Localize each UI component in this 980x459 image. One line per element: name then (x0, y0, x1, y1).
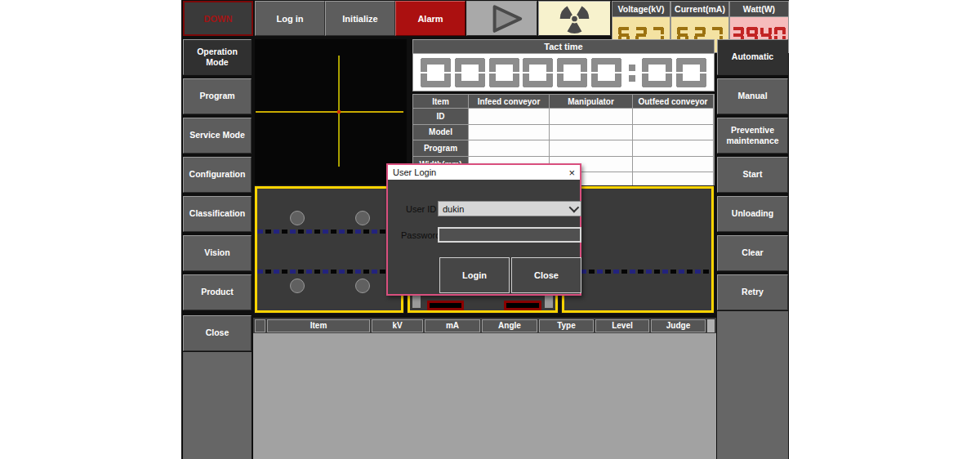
action-button-start[interactable]: Start (717, 157, 788, 193)
results-column-level: Level (595, 319, 649, 332)
user-id-select[interactable]: dukin (438, 201, 581, 216)
dialog-title: User Login (393, 167, 436, 177)
sensor-indicator (290, 211, 305, 225)
status-column-header: Infeed conveyor (469, 95, 549, 108)
seg-digit (557, 58, 587, 87)
action-button-automatic[interactable]: Automatic (717, 39, 788, 75)
action-button-unloading[interactable]: Unloading (717, 196, 788, 232)
seg-digit (676, 58, 706, 87)
status-cell (633, 157, 713, 172)
left-sidebar-filler (183, 352, 252, 459)
status-cell (550, 125, 632, 140)
dialog-close-icon[interactable]: × (568, 167, 575, 178)
status-column-header: Outfeed conveyor (633, 95, 713, 108)
status-column-header: Manipulator (550, 95, 632, 108)
belt-edge-line (257, 230, 401, 234)
guide-tab (412, 296, 421, 308)
action-button-clear[interactable]: Clear (717, 235, 788, 271)
user-id-label: User ID (406, 204, 436, 214)
results-scroll-cap (707, 319, 715, 332)
tact-time-header: Tact time (412, 39, 715, 54)
log-in-button[interactable]: Log in (255, 1, 325, 36)
roller-bar (504, 301, 541, 310)
sensor-indicator (355, 211, 370, 225)
seg-digit (421, 58, 451, 87)
results-table-header: ItemkVmAAngleTypeLevelJudge (253, 318, 716, 333)
sidebar-item-program[interactable]: Program (183, 78, 252, 114)
status-cell (633, 109, 713, 124)
action-button-preventive-maintenance[interactable]: Preventive maintenance (717, 118, 788, 154)
status-cell (550, 109, 632, 124)
left-sidebar: Operation ModeProgramService ModeConfigu… (181, 0, 253, 459)
login-button[interactable]: Login (439, 257, 510, 293)
user-id-value: dukin (443, 204, 464, 214)
sensor-indicator (355, 279, 370, 293)
status-row-label: Model (413, 125, 468, 140)
seg-digit (591, 58, 621, 87)
crosshair-center-dot (337, 110, 341, 114)
right-sidebar-filler (717, 311, 788, 459)
results-column-angle: Angle (482, 319, 537, 332)
seg-digit (489, 58, 519, 87)
sidebar-item-vision[interactable]: Vision (183, 235, 252, 271)
radiation-button[interactable] (538, 1, 611, 36)
results-table-body (253, 333, 716, 459)
status-cell (550, 140, 632, 156)
belt-edge-line (564, 270, 711, 274)
seg-colon (626, 58, 638, 87)
sensor-indicator (290, 279, 305, 293)
close-button[interactable]: Close (511, 257, 581, 293)
infeed-conveyor-panel (255, 186, 403, 313)
password-label: Password (401, 230, 440, 240)
status-row-label: ID (413, 109, 468, 124)
user-login-dialog: User Login × User ID dukin Password Logi… (386, 163, 581, 296)
belt-edge-line (257, 270, 401, 274)
tact-time-display (412, 54, 715, 91)
dialog-title-bar[interactable]: User Login × (388, 165, 580, 180)
seg-digit (523, 58, 553, 87)
radiation-icon (539, 2, 610, 36)
screenshot-canvas: DOWN Log in Initialize Alarm (0, 0, 980, 459)
chevron-down-icon (569, 203, 580, 213)
results-column-type: Type (539, 319, 594, 332)
results-corner-cell (255, 319, 265, 332)
sidebar-item-configuration[interactable]: Configuration (183, 157, 252, 193)
sidebar-item-close[interactable]: Close (183, 315, 252, 351)
outfeed-conveyor-panel (562, 186, 714, 313)
action-button-retry[interactable]: Retry (717, 274, 788, 310)
status-cell (469, 140, 549, 156)
results-column-kv: kV (372, 319, 423, 332)
seg-digit (642, 58, 672, 87)
roller-bar (427, 301, 464, 310)
dialog-body: User ID dukin Password Login Close (388, 180, 580, 294)
sidebar-item-operation-mode[interactable]: Operation Mode (183, 39, 252, 75)
crosshair-horizontal-line (256, 111, 403, 113)
results-column-ma: mA (425, 319, 480, 332)
sidebar-item-product[interactable]: Product (183, 274, 252, 310)
results-column-judge: Judge (651, 319, 706, 332)
action-button-manual[interactable]: Manual (717, 78, 788, 114)
xray-view (255, 39, 407, 185)
seg-digit (455, 58, 485, 87)
meter-voltage-kv-: Voltage(kV) (612, 1, 670, 37)
alarm-button[interactable]: Alarm (395, 1, 466, 36)
initialize-button[interactable]: Initialize (325, 1, 395, 36)
status-column-header: Item (413, 95, 468, 108)
status-cell (633, 125, 713, 140)
app-window: DOWN Log in Initialize Alarm (181, 0, 789, 459)
status-cell (633, 140, 713, 156)
guide-tab (545, 296, 553, 308)
results-column-item: Item (267, 319, 370, 332)
sidebar-item-classification[interactable]: Classification (183, 196, 252, 232)
right-sidebar: AutomaticManualPreventive maintenanceSta… (715, 0, 789, 459)
meter-label: Voltage(kV) (612, 1, 670, 17)
status-cell (469, 125, 549, 140)
status-cell (469, 109, 549, 124)
play-button[interactable] (466, 1, 537, 36)
status-row-label: Program (413, 140, 468, 156)
play-icon (467, 2, 537, 36)
sidebar-item-service-mode[interactable]: Service Mode (183, 118, 252, 154)
password-input[interactable] (438, 227, 581, 243)
